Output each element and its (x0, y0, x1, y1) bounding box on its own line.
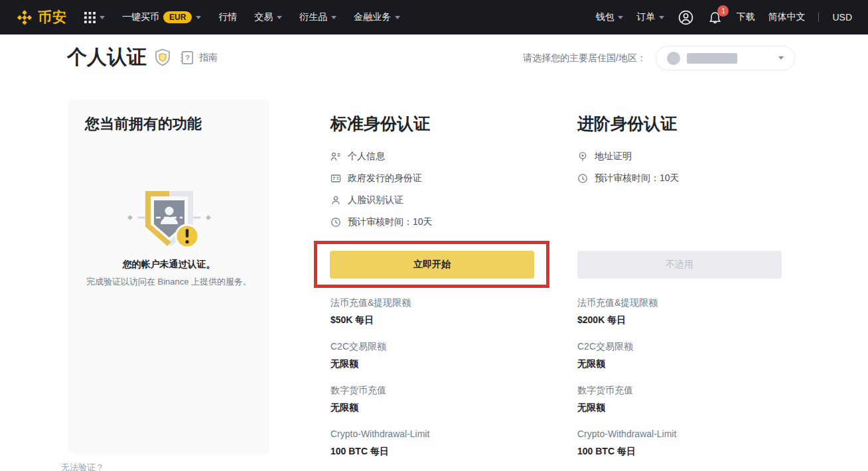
account-status-title: 您的帐户未通过认证。 (68, 259, 269, 271)
currency-label: USD (832, 12, 852, 23)
face-id-icon (330, 195, 341, 206)
feature-label: 预计审核时间：10天 (595, 172, 680, 184)
feature-government-id: 政府发行的身份证 (330, 172, 433, 185)
limit-group: 数字货币充值 无限额 (330, 383, 543, 414)
limit-label: 法币充值&提现限额 (330, 296, 543, 309)
currency-selector[interactable]: USD (832, 12, 852, 23)
profile-info-icon (330, 151, 341, 162)
nav-item-wallet[interactable]: 钱包 (595, 11, 623, 23)
clock-icon (330, 217, 341, 228)
currency-badge: EUR (163, 11, 192, 23)
limit-label: 法币充值&提现限额 (577, 296, 790, 309)
binance-diamond-icon (16, 9, 33, 26)
top-nav: 币安 一键买币 EUR 行情 交易 衍生品 (0, 0, 868, 34)
limit-group: 数字货币充值 无限额 (577, 383, 790, 414)
faq-link-cutoff[interactable]: 无法验证？ (61, 462, 104, 471)
feature-review-time: 预计审核时间：10天 (577, 172, 680, 185)
nav-item-label: 行情 (218, 11, 237, 23)
feature-review-time: 预计审核时间：10天 (330, 216, 433, 229)
limit-label: C2C交易限额 (577, 340, 790, 353)
limit-label: 数字货币充值 (330, 383, 543, 397)
clock-icon (577, 173, 588, 184)
chevron-down-icon (277, 16, 282, 19)
chevron-down-icon (659, 16, 664, 19)
limit-value: 无限额 (330, 401, 543, 414)
language-label: 简体中文 (768, 11, 805, 23)
binance-logo[interactable]: 币安 (16, 8, 67, 27)
limit-value: 100 BTC 每日 (577, 444, 790, 458)
user-icon (678, 9, 694, 26)
limit-value: 无限额 (577, 357, 790, 370)
nav-item-label: 下载 (736, 11, 755, 23)
feature-proof-of-address: 地址证明 (577, 150, 680, 163)
unverified-shield-illustration (123, 186, 216, 256)
account-button[interactable] (678, 9, 694, 26)
standard-verification-title: 标准身份认证 (330, 113, 430, 135)
limit-value: $200K 每日 (577, 313, 790, 326)
guide-link[interactable]: ? 指南 (179, 49, 218, 66)
limit-value: 无限额 (330, 357, 543, 370)
feature-label: 预计审核时间：10天 (348, 216, 433, 228)
limit-value: 100 BTC 每日 (330, 444, 543, 458)
limit-value: $50K 每日 (330, 313, 543, 326)
limit-group: 法币充值&提现限额 $200K 每日 (577, 296, 790, 326)
nav-item-finance[interactable]: 金融业务 (354, 11, 400, 23)
guide-book-icon: ? (179, 49, 195, 66)
limit-value: 无限额 (577, 401, 790, 414)
chevron-down-icon (618, 16, 623, 19)
page-title: 个人认证 (67, 44, 147, 71)
current-features-title: 您当前拥有的功能 (68, 100, 269, 134)
residence-section: 请选择您的主要居住国/地区： (523, 46, 795, 70)
feature-label: 个人信息 (348, 151, 385, 163)
account-status-description: 完成验证以访问在 Binance 上提供的服务。 (68, 276, 269, 288)
residence-label: 请选择您的主要居住国/地区： (523, 52, 646, 64)
notification-badge: 1 (717, 5, 729, 17)
nav-item-derivatives[interactable]: 衍生品 (299, 11, 336, 23)
limit-label: 数字货币充值 (577, 383, 790, 397)
feature-personal-info: 个人信息 (330, 150, 433, 163)
nav-item-label: 衍生品 (299, 11, 327, 23)
chevron-down-icon (778, 56, 784, 60)
nav-item-buy-crypto[interactable]: 一键买币 EUR (122, 11, 201, 23)
nav-item-markets[interactable]: 行情 (218, 11, 237, 23)
nav-item-trade[interactable]: 交易 (254, 11, 282, 23)
limit-group: Crypto-Withdrawal-Limit 100 BTC 每日 (330, 427, 543, 458)
advanced-limits: 法币充值&提现限额 $200K 每日 C2C交易限额 无限额 数字货币充值 无限… (577, 296, 790, 471)
id-card-icon (330, 173, 341, 184)
feature-label: 地址证明 (595, 151, 632, 163)
notifications-button[interactable]: 1 (707, 10, 723, 25)
divider (818, 13, 819, 22)
limit-label: Crypto-Withdrawal-Limit (577, 427, 790, 440)
location-icon (577, 151, 588, 162)
country-name-placeholder (687, 53, 737, 64)
nav-item-label: 金融业务 (354, 11, 391, 23)
grid-icon (84, 12, 96, 23)
language-selector[interactable]: 简体中文 (768, 11, 805, 23)
start-now-button[interactable]: 立即开始 (330, 251, 534, 279)
limit-group: C2C交易限额 无限额 (330, 340, 543, 370)
current-features-card: 您当前拥有的功能 您的帐户未通过认证。 完成验证以访问在 Binance 上提供… (68, 100, 269, 454)
limit-group: C2C交易限额 无限额 (577, 340, 790, 370)
limit-group: Crypto-Withdrawal-Limit 100 BTC 每日 (577, 427, 790, 458)
standard-feature-list: 个人信息 政府发行的身份证 人脸识别认证 预计审核时间：10天 (330, 150, 433, 237)
chevron-down-icon (331, 16, 336, 19)
residence-country-select[interactable] (656, 46, 795, 70)
verification-shield-icon (155, 48, 171, 66)
chevron-down-icon (196, 16, 201, 19)
feature-label: 政府发行的身份证 (348, 172, 422, 184)
svg-text:?: ? (185, 54, 190, 62)
nav-item-download[interactable]: 下载 (736, 11, 755, 23)
limit-label: Crypto-Withdrawal-Limit (330, 427, 543, 440)
advanced-feature-list: 地址证明 预计审核时间：10天 (577, 150, 680, 194)
nav-item-label: 订单 (636, 11, 655, 23)
chevron-down-icon (395, 16, 400, 19)
nav-item-label: 一键买币 (122, 11, 159, 23)
limit-label: C2C交易限额 (330, 340, 543, 353)
limit-group: 法币充值&提现限额 $50K 每日 (330, 296, 543, 326)
country-flag-placeholder (667, 52, 680, 65)
apps-menu[interactable] (84, 12, 105, 23)
advanced-verification-title: 进阶身份认证 (577, 113, 677, 135)
brand-name: 币安 (38, 8, 67, 27)
standard-limits: 法币充值&提现限额 $50K 每日 C2C交易限额 无限额 数字货币充值 无限额… (330, 296, 543, 471)
nav-item-orders[interactable]: 订单 (636, 11, 664, 23)
